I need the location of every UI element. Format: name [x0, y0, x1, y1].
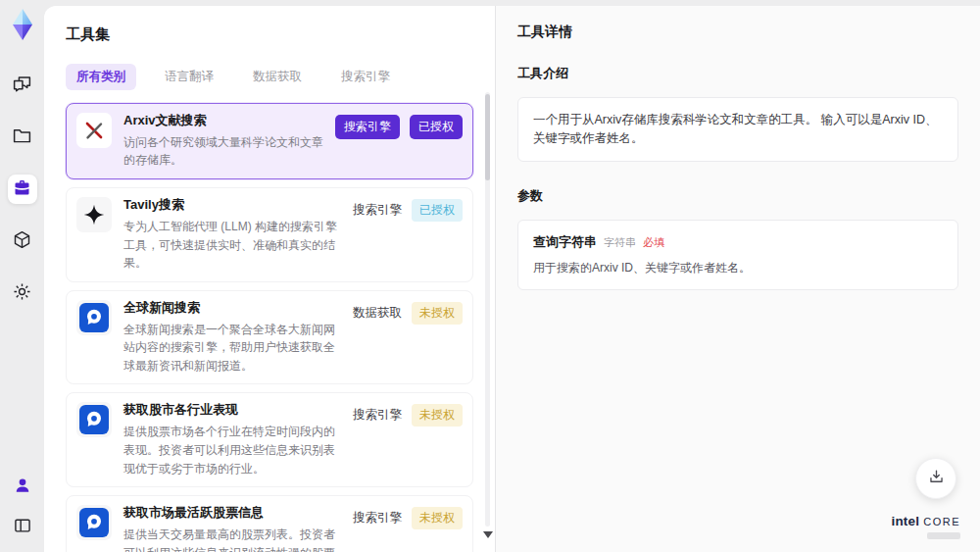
param-required-badge: 必填: [643, 235, 664, 250]
tool-name: Tavily搜索: [123, 197, 345, 214]
collapse-panel-icon: [13, 516, 32, 539]
tool-description: 提供当天交易量最高的股票列表。投资者可以利用这些信息来识别流动性强的股票和潜在的…: [123, 526, 345, 552]
download-button[interactable]: [915, 458, 956, 499]
tool-name: 获取市场最活跃股票信息: [123, 505, 345, 522]
tool-details-panel: 工具详情 工具介绍 一个用于从Arxiv存储库搜索科学论文和文章的工具。 输入可…: [495, 6, 980, 552]
tool-description: 提供股票市场各个行业在特定时间段内的表现。投资者可以利用这些信息来识别表现优于或…: [123, 423, 345, 477]
tool-status-badge: 已授权: [412, 199, 463, 222]
scrollbar-thumb[interactable]: [485, 94, 490, 180]
intro-card: 一个用于从Arxiv存储库搜索科学论文和文章的工具。 输入可以是Arxiv ID…: [517, 97, 958, 162]
toolbox-icon: [12, 177, 32, 202]
app-logo: [7, 8, 38, 41]
user-icon: [13, 476, 32, 499]
param-description: 用于搜索的Arxiv ID、关键字或作者姓名。: [533, 259, 943, 276]
sidebar-item-profile[interactable]: [8, 473, 37, 502]
content-area: 工具集 所有类别语言翻译数据获取搜索引擎 Arxiv文献搜索 访问各个研究领域大…: [44, 6, 980, 552]
tool-category-label: 搜索引擎: [353, 202, 402, 219]
tool-description: 专为人工智能代理 (LLM) 构建的搜索引擎工具，可快速提供实时、准确和真实的结…: [123, 218, 345, 273]
params-heading: 参数: [517, 187, 958, 205]
sidebar-item-files[interactable]: [8, 123, 37, 152]
scrollbar-track[interactable]: [485, 92, 490, 527]
intel-core-logo: intel CORE: [891, 515, 960, 539]
sidebar-item-tools[interactable]: [8, 175, 37, 204]
tool-list-item[interactable]: Arxiv文献搜索 访问各个研究领域大量科学论文和文章的存储库。 搜索引擎 已授…: [66, 103, 473, 179]
intro-heading: 工具介绍: [517, 65, 958, 82]
tool-description: 访问各个研究领域大量科学论文和文章的存储库。: [123, 133, 327, 170]
tool-category-label: 数据获取: [353, 305, 402, 322]
gear-icon: [12, 281, 32, 306]
category-tabs: 所有类别语言翻译数据获取搜索引擎: [66, 64, 481, 90]
details-title: 工具详情: [517, 24, 958, 41]
tool-list: Arxiv文献搜索 访问各个研究领域大量科学论文和文章的存储库。 搜索引擎 已授…: [66, 103, 481, 552]
param-card: 查询字符串 字符串 必填 用于搜索的Arxiv ID、关键字或作者姓名。: [517, 220, 958, 290]
sidebar-bottom: [8, 473, 37, 542]
category-tab-1[interactable]: 语言翻译: [154, 64, 224, 90]
tool-category-label: 搜索引擎: [353, 407, 402, 424]
sparkle-icon: [76, 197, 112, 232]
download-icon: [927, 468, 946, 490]
blue-news-icon: [76, 402, 112, 437]
sidebar: [0, 0, 44, 552]
folder-icon: [12, 125, 32, 150]
arxiv-logo-icon: [76, 113, 112, 148]
tool-category-label: 搜索引擎: [353, 510, 402, 527]
chat-icon: [12, 74, 32, 98]
sidebar-item-plugins[interactable]: [8, 226, 37, 256]
category-tab-0[interactable]: 所有类别: [66, 64, 136, 90]
brand-decoration: [927, 532, 960, 539]
app-window: 工具集 所有类别语言翻译数据获取搜索引擎 Arxiv文献搜索 访问各个研究领域大…: [0, 0, 980, 552]
tools-panel: 工具集 所有类别语言翻译数据获取搜索引擎 Arxiv文献搜索 访问各个研究领域大…: [44, 6, 495, 552]
tool-name: 全球新闻搜索: [123, 300, 345, 317]
tool-list-item[interactable]: 全球新闻搜索 全球新闻搜索是一个聚合全球各大新闻网站内容的搜索引擎，帮助用户快速…: [66, 290, 473, 385]
tool-name: Arxiv文献搜索: [123, 113, 327, 129]
tool-status-badge: 未授权: [412, 302, 463, 325]
tool-status-badge: 未授权: [412, 507, 463, 529]
param-type: 字符串: [604, 235, 636, 250]
tool-list-item[interactable]: 获取市场最活跃股票信息 提供当天交易量最高的股票列表。投资者可以利用这些信息来识…: [66, 495, 473, 552]
sidebar-item-collapse[interactable]: [8, 513, 37, 542]
category-tab-2[interactable]: 数据获取: [242, 64, 313, 90]
tool-name: 获取股市各行业表现: [123, 402, 345, 419]
tool-category-label: 搜索引擎: [335, 115, 400, 139]
sidebar-item-chat[interactable]: [8, 71, 37, 100]
package-icon: [12, 229, 32, 254]
tool-description: 全球新闻搜索是一个聚合全球各大新闻网站内容的搜索引擎，帮助用户快速获取全球最新资…: [123, 321, 345, 376]
scroll-down-arrow-icon[interactable]: [483, 531, 493, 538]
category-tab-3[interactable]: 搜索引擎: [330, 64, 401, 90]
tool-list-item[interactable]: 获取股市各行业表现 提供股票市场各个行业在特定时间段内的表现。投资者可以利用这些…: [66, 392, 473, 487]
brand-core-text: CORE: [923, 516, 960, 527]
intro-text: 一个用于从Arxiv存储库搜索科学论文和文章的工具。 输入可以是Arxiv ID…: [533, 111, 943, 148]
blue-news-icon: [76, 300, 112, 335]
tool-status-badge: 已授权: [410, 115, 463, 139]
sidebar-item-settings[interactable]: [8, 278, 37, 308]
sidebar-nav: [8, 71, 37, 308]
param-name: 查询字符串: [533, 233, 597, 251]
brand-intel-text: intel: [891, 515, 919, 529]
blue-news-icon: [76, 505, 112, 540]
tool-list-item[interactable]: Tavily搜索 专为人工智能代理 (LLM) 构建的搜索引擎工具，可快速提供实…: [66, 187, 473, 282]
tool-status-badge: 未授权: [412, 404, 463, 427]
page-title: 工具集: [66, 25, 481, 44]
